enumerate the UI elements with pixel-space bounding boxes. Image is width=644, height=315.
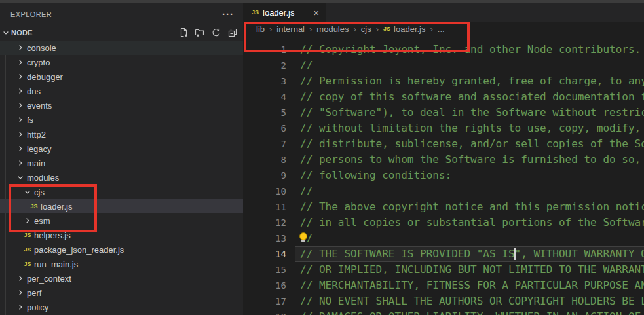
tree-item-label: http2 [27, 130, 46, 139]
code-line-5[interactable]: 5// "Software"), to deal in the Software… [243, 105, 644, 120]
tree-item-events[interactable]: events [0, 98, 243, 113]
code-line-7[interactable]: 7// distribute, sublicense, and/or sell … [243, 136, 644, 152]
tree-item-debugger[interactable]: debugger [0, 69, 243, 84]
tree-item-console[interactable]: console [0, 41, 243, 55]
line-number: 8 [243, 152, 286, 168]
tree-item-label: policy [27, 303, 48, 312]
js-file-icon: JS [383, 26, 390, 32]
tree-item-label: per_context [27, 274, 71, 284]
explorer-sidebar: EXPLORER ··· NODE consolecryptodebuggerd… [0, 3, 243, 315]
code-line-16[interactable]: 16// MERCHANTABILITY, FITNESS FOR A PART… [243, 278, 644, 293]
new-folder-icon[interactable] [193, 26, 206, 39]
js-file-icon: JS [22, 261, 33, 267]
breadcrumb-item-label: cjs [361, 24, 371, 34]
tree-item-cjs[interactable]: cjs [0, 185, 243, 199]
code-text: // The above copyright notice and this p… [300, 199, 644, 215]
tree-item-label: crypto [27, 58, 50, 67]
code-line-12[interactable]: 12// in all copies or substantial portio… [243, 215, 644, 231]
chevron-right-icon [15, 130, 26, 138]
code-line-4[interactable]: 4// copy of this software and associated… [243, 89, 644, 105]
code-editor[interactable]: 1// Copyright Joyent, Inc. and other Nod… [243, 36, 644, 315]
tree-item-policy[interactable]: policy [0, 300, 243, 314]
code-line-6[interactable]: 6// without limitation the rights to use… [243, 120, 644, 136]
vscode-window: EXPLORER ··· NODE consolecryptodebuggerd… [0, 0, 644, 315]
line-number: 16 [243, 278, 286, 293]
code-line-13[interactable]: 13// [243, 231, 644, 246]
chevron-right-icon [15, 58, 26, 66]
tree-item-fs[interactable]: fs [0, 113, 243, 127]
code-line-10[interactable]: 10// [243, 183, 644, 199]
tree-item-legacy[interactable]: legacy [0, 141, 243, 156]
line-number: 10 [243, 183, 286, 199]
line-number: 12 [243, 215, 286, 231]
code-line-11[interactable]: 11// The above copyright notice and this… [243, 199, 644, 215]
breadcrumb: lib›internal›modules›cjs›JSloader.js›... [243, 22, 644, 36]
line-number: 7 [243, 136, 286, 152]
tree-item-per-context[interactable]: per_context [0, 271, 243, 286]
tree-item-helpers-js[interactable]: JShelpers.js [0, 228, 243, 242]
code-line-14[interactable]: 14// THE SOFTWARE IS PROVIDED "AS IS", W… [243, 246, 644, 262]
breadcrumb-item-lib[interactable]: lib [256, 24, 265, 34]
js-file-icon: JS [22, 232, 33, 238]
code-line-2[interactable]: 2// [243, 58, 644, 73]
tree-item-perf[interactable]: perf [0, 286, 243, 300]
breadcrumb-item-label: modules [316, 24, 349, 34]
tree-item-run-main-js[interactable]: JSrun_main.js [0, 257, 243, 271]
chevron-right-icon: › [309, 24, 312, 34]
tree-item-package-json-reader-js[interactable]: JSpackage_json_reader.js [0, 242, 243, 257]
code-line-3[interactable]: 3// Permission is hereby granted, free o… [243, 73, 644, 89]
line-number: 13 [243, 231, 286, 246]
chevron-right-icon [15, 116, 26, 124]
line-number: 5 [243, 105, 286, 120]
code-text: // [300, 58, 313, 73]
chevron-down-icon [22, 188, 33, 196]
breadcrumb-item-internal[interactable]: internal [276, 24, 305, 34]
tree-item-http2[interactable]: http2 [0, 127, 243, 141]
chevron-right-icon [15, 159, 26, 167]
code-text: // THE SOFTWARE IS PROVIDED "AS IS", WIT… [300, 246, 644, 262]
tree-item-label: esm [34, 216, 50, 226]
more-actions-icon[interactable]: ··· [222, 11, 234, 18]
code-text: // Permission is hereby granted, free of… [300, 73, 644, 89]
line-number: 15 [243, 262, 286, 278]
breadcrumb-item-[interactable]: ... [438, 24, 445, 34]
tree-item-dns[interactable]: dns [0, 84, 243, 98]
tree-item-modules[interactable]: modules [0, 170, 243, 185]
node-section-actions [177, 26, 243, 39]
close-icon[interactable]: × [313, 8, 319, 18]
code-line-17[interactable]: 17// NO EVENT SHALL THE AUTHORS OR COPYR… [243, 293, 644, 309]
chevron-right-icon [22, 217, 33, 225]
code-line-1[interactable]: 1// Copyright Joyent, Inc. and other Nod… [243, 42, 644, 58]
tree-item-loader-js[interactable]: JSloader.js [0, 199, 243, 213]
collapse-all-icon[interactable] [226, 26, 239, 39]
tab-loader-js[interactable]: JS loader.js × [243, 3, 326, 22]
code-text: // copy of this software and associated … [300, 89, 644, 105]
js-file-icon: JS [22, 246, 33, 253]
tab-bar: JS loader.js × [243, 3, 644, 22]
chevron-right-icon [15, 274, 26, 282]
breadcrumb-item-loaderjs[interactable]: JSloader.js [383, 24, 425, 34]
node-section-header[interactable]: NODE [0, 25, 243, 41]
chevron-down-icon [15, 174, 26, 181]
line-number: 6 [243, 120, 286, 136]
tree-item-crypto[interactable]: crypto [0, 55, 243, 69]
code-text: // in all copies or substantial portions… [300, 215, 644, 231]
breadcrumb-item-modules[interactable]: modules [316, 24, 349, 34]
code-line-8[interactable]: 8// persons to whom the Software is furn… [243, 152, 644, 168]
chevron-right-icon [15, 289, 26, 297]
tab-label: loader.js [263, 8, 294, 18]
refresh-icon[interactable] [210, 26, 223, 39]
new-file-icon[interactable] [177, 26, 190, 39]
tree-item-main[interactable]: main [0, 156, 243, 170]
tree-item-label: helpers.js [34, 231, 71, 240]
code-line-9[interactable]: 9// following conditions: [243, 168, 644, 183]
tree-item-label: console [27, 43, 56, 53]
code-text: // NO EVENT SHALL THE AUTHORS OR COPYRIG… [300, 293, 644, 309]
code-line-15[interactable]: 15// OR IMPLIED, INCLUDING BUT NOT LIMIT… [243, 262, 644, 278]
chevron-right-icon: › [430, 24, 433, 34]
breadcrumb-item-cjs[interactable]: cjs [361, 24, 371, 34]
tree-item-esm[interactable]: esm [0, 213, 243, 228]
lightbulb-icon[interactable] [298, 232, 308, 244]
line-number: 2 [243, 58, 286, 73]
code-line-18[interactable]: 18// DAMAGES OR OTHER LIABILITY, WHETHER… [243, 309, 644, 315]
